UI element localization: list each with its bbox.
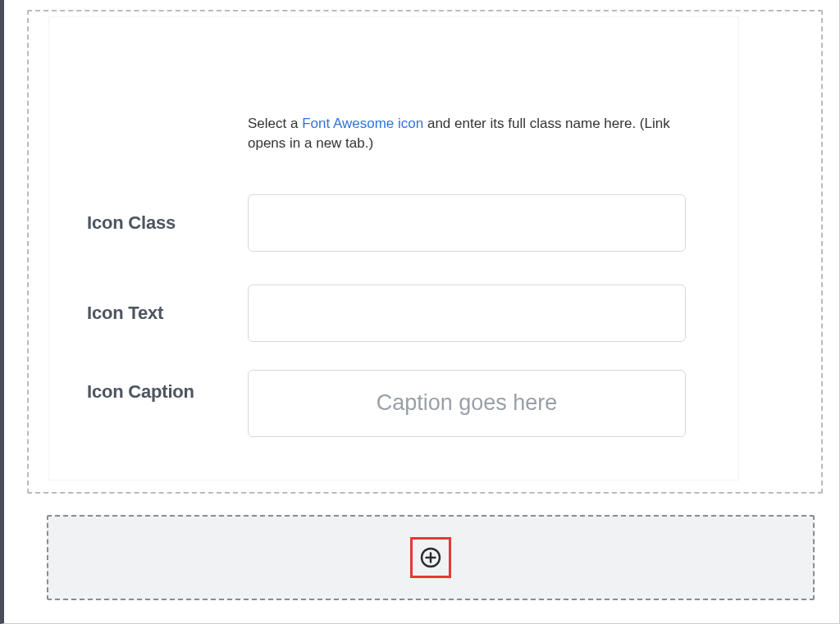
- add-block-area[interactable]: [47, 515, 815, 600]
- block-settings-card: Select a Font Awesome icon and enter its…: [48, 16, 739, 481]
- icon-caption-input[interactable]: [248, 370, 686, 437]
- icon-class-input[interactable]: [248, 194, 686, 252]
- block-dashed-container: Select a Font Awesome icon and enter its…: [27, 10, 823, 494]
- help-text-prefix: Select a: [248, 116, 302, 131]
- icon-caption-row: Icon Caption: [49, 370, 738, 437]
- icon-text-label: Icon Text: [49, 303, 248, 324]
- plus-circle-icon[interactable]: [419, 546, 442, 569]
- font-awesome-link[interactable]: Font Awesome icon: [302, 116, 423, 131]
- icon-class-row: Icon Class: [49, 194, 738, 252]
- icon-class-label: Icon Class: [49, 212, 248, 234]
- add-block-button-highlight: [410, 537, 451, 578]
- icon-text-row: Icon Text: [49, 285, 738, 342]
- icon-caption-label: Icon Caption: [49, 370, 248, 403]
- icon-text-input[interactable]: [248, 285, 686, 342]
- editor-frame: Select a Font Awesome icon and enter its…: [0, 0, 840, 624]
- help-text: Select a Font Awesome icon and enter its…: [248, 114, 691, 153]
